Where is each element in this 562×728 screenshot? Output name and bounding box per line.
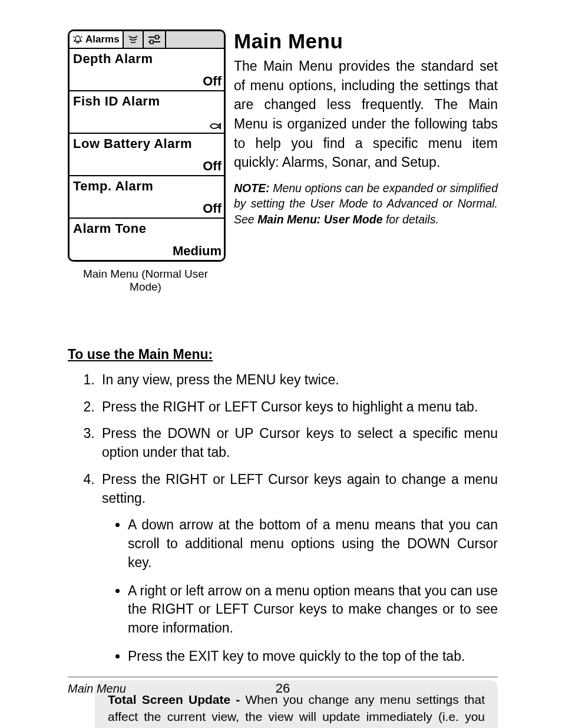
menu-row-low-battery-alarm: Low Battery Alarm Off [70, 134, 224, 176]
intro-paragraph: The Main Menu provides the standard set … [234, 57, 498, 172]
device-menu-screenshot: Alarms [68, 29, 226, 262]
menu-row-temp-alarm: Temp. Alarm Off [70, 176, 224, 219]
tab-filler [166, 31, 224, 48]
note-label: NOTE: [234, 182, 270, 195]
note-tail: for details. [382, 213, 438, 226]
sliders-icon [147, 34, 162, 45]
device-caption: Main Menu (Normal User Mode) [68, 268, 223, 294]
row-label: Depth Alarm [73, 51, 220, 67]
footer-page-number: 26 [276, 681, 290, 696]
page-footer: Main Menu 26 [68, 677, 498, 696]
row-label: Alarm Tone [73, 221, 220, 236]
row-value: Off [203, 159, 222, 174]
fish-icon [209, 121, 222, 131]
row-value: Off [203, 201, 222, 216]
step-item: Press the DOWN or UP Cursor keys to sele… [98, 424, 498, 462]
footer-section: Main Menu [68, 682, 276, 696]
bell-icon [72, 35, 83, 44]
bullets-list: A down arrow at the bottom of a menu mea… [102, 516, 498, 666]
bullet-item: A down arrow at the bottom of a menu mea… [128, 516, 498, 572]
row-value [209, 121, 222, 131]
footer-rule [68, 677, 498, 677]
step-item: In any view, press the MENU key twice. [98, 371, 498, 390]
tab-alarms: Alarms [70, 31, 124, 48]
page-title: Main Menu [234, 29, 498, 53]
bullet-item: Press the EXIT key to move quickly to th… [128, 647, 498, 666]
tab-setup [144, 31, 166, 48]
svg-rect-3 [150, 40, 153, 44]
step-text: Press the RIGHT or LEFT Cursor keys agai… [102, 472, 498, 506]
note-paragraph: NOTE: Menu options can be expanded or si… [234, 180, 498, 227]
menu-row-fish-id-alarm: Fish ID Alarm [70, 91, 224, 134]
menu-row-depth-alarm: Depth Alarm Off [70, 49, 224, 91]
bullet-item: A right or left arrow on a menu option m… [128, 582, 498, 638]
steps-list: In any view, press the MENU key twice. P… [68, 371, 498, 666]
step-item: Press the RIGHT or LEFT Cursor keys to h… [98, 398, 498, 417]
row-label: Temp. Alarm [73, 179, 220, 194]
row-label: Low Battery Alarm [73, 136, 220, 151]
note-ref: Main Menu: User Mode [257, 213, 382, 226]
menu-row-alarm-tone: Alarm Tone Medium [70, 219, 224, 260]
svg-rect-1 [156, 35, 158, 39]
tab-alarms-label: Alarms [85, 34, 120, 45]
row-value: Off [203, 74, 222, 89]
row-label: Fish ID Alarm [73, 94, 220, 109]
device-tabs: Alarms [70, 31, 224, 49]
row-value: Medium [173, 243, 222, 259]
step-item: Press the RIGHT or LEFT Cursor keys agai… [98, 470, 498, 666]
tab-sonar [124, 31, 144, 48]
sonar-icon [127, 34, 140, 45]
subheading: To use the Main Menu: [68, 347, 498, 363]
